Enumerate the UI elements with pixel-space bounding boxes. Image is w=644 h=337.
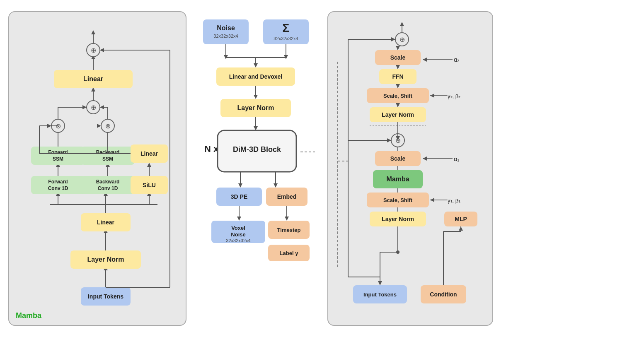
svg-text:Scale: Scale <box>390 54 406 61</box>
svg-marker-112 <box>285 217 289 221</box>
svg-text:32x32x32x4: 32x32x32x4 <box>226 238 250 243</box>
svg-text:3D PE: 3D PE <box>231 193 247 200</box>
svg-marker-52 <box>47 124 51 128</box>
svg-text:Voxel: Voxel <box>231 225 245 231</box>
svg-text:SSM: SSM <box>53 156 63 162</box>
svg-marker-53 <box>97 124 101 128</box>
svg-text:Layer Norm: Layer Norm <box>382 216 414 222</box>
svg-marker-58 <box>82 105 87 109</box>
svg-rect-77 <box>203 19 249 44</box>
svg-text:Linear: Linear <box>97 219 115 226</box>
svg-text:32x32x32x4: 32x32x32x4 <box>213 34 238 39</box>
svg-marker-144 <box>396 65 400 69</box>
svg-text:SSM: SSM <box>102 156 113 162</box>
svg-text:Linear: Linear <box>83 75 103 82</box>
svg-text:Forward: Forward <box>48 179 68 185</box>
svg-text:SiLU: SiLU <box>143 182 156 188</box>
svg-marker-142 <box>396 46 400 50</box>
svg-text:Embed: Embed <box>277 193 297 200</box>
svg-text:MLP: MLP <box>455 216 467 222</box>
svg-text:α₁: α₁ <box>454 156 460 162</box>
middle-diagram: Noise 32x32x32x4 Σ 32x32x32x4 Linear and… <box>199 11 315 326</box>
svg-text:Input Tokens: Input Tokens <box>88 293 123 300</box>
left-panel: Input Tokens Layer Norm Linear <box>8 11 186 326</box>
svg-text:γ₁, β₁: γ₁, β₁ <box>448 197 460 204</box>
svg-text:Condition: Condition <box>430 291 457 298</box>
svg-text:FFN: FFN <box>392 73 403 80</box>
svg-text:α₂: α₂ <box>454 56 460 63</box>
svg-text:γ₂, β₂: γ₂, β₂ <box>448 93 460 99</box>
svg-text:DiM-3D Block: DiM-3D Block <box>233 145 281 154</box>
middle-panel: Noise 32x32x32x4 Σ 32x32x32x4 Linear and… <box>199 11 315 326</box>
svg-text:Timestep: Timestep <box>277 227 301 233</box>
svg-text:Scale: Scale <box>390 155 406 162</box>
svg-text:N x: N x <box>204 144 219 154</box>
svg-marker-93 <box>254 95 258 99</box>
svg-text:Forward: Forward <box>48 149 68 155</box>
svg-text:32x32x32x4: 32x32x32x4 <box>274 36 298 41</box>
right-panel: ⊕ Scale α₂ FFN Scale, Shift γ₂, β₂ Layer… <box>327 11 493 326</box>
svg-marker-61 <box>100 105 104 109</box>
svg-text:⊕: ⊕ <box>91 104 96 111</box>
svg-text:Linear: Linear <box>140 150 158 157</box>
svg-marker-89 <box>254 63 258 67</box>
svg-text:⊗: ⊗ <box>105 123 111 130</box>
svg-marker-191 <box>387 138 391 142</box>
svg-text:Conv 1D: Conv 1D <box>48 185 68 191</box>
svg-text:Mamba: Mamba <box>386 176 409 183</box>
svg-marker-156 <box>423 156 427 161</box>
svg-text:⊕: ⊕ <box>399 36 405 43</box>
svg-marker-180 <box>459 226 463 231</box>
svg-text:Σ: Σ <box>283 22 290 34</box>
main-container: Input Tokens Layer Norm Linear <box>0 0 644 337</box>
svg-text:Noise: Noise <box>231 231 245 238</box>
svg-text:⊕: ⊕ <box>91 47 96 54</box>
svg-text:Scale, Shift: Scale, Shift <box>383 197 413 203</box>
svg-text:Noise: Noise <box>217 24 235 31</box>
left-diagram: Input Tokens Layer Norm Linear <box>17 20 178 314</box>
svg-text:Layer Norm: Layer Norm <box>382 111 414 118</box>
svg-text:Layer Norm: Layer Norm <box>237 104 274 111</box>
svg-marker-146 <box>396 84 400 88</box>
svg-marker-104 <box>274 183 278 188</box>
svg-text:Linear and Devoxel: Linear and Devoxel <box>229 73 282 80</box>
svg-text:Conv 1D: Conv 1D <box>98 185 118 191</box>
svg-marker-138 <box>430 94 434 98</box>
svg-text:Scale, Shift: Scale, Shift <box>383 93 413 99</box>
svg-marker-124 <box>400 22 404 26</box>
svg-marker-131 <box>423 58 427 62</box>
svg-text:Backward: Backward <box>96 179 120 185</box>
svg-text:Input Tokens: Input Tokens <box>363 291 397 298</box>
right-diagram: ⊕ Scale α₂ FFN Scale, Shift γ₂, β₂ Layer… <box>336 20 485 314</box>
svg-marker-163 <box>430 198 434 202</box>
svg-text:Label y: Label y <box>280 250 299 256</box>
svg-text:Layer Norm: Layer Norm <box>87 256 124 263</box>
svg-marker-102 <box>238 183 242 188</box>
svg-marker-110 <box>237 217 241 221</box>
svg-marker-39 <box>147 163 151 167</box>
svg-marker-74 <box>100 48 104 52</box>
svg-marker-148 <box>396 103 400 107</box>
mamba-label: Mamba <box>16 311 41 320</box>
svg-marker-71 <box>91 30 95 34</box>
svg-marker-194 <box>391 37 395 41</box>
